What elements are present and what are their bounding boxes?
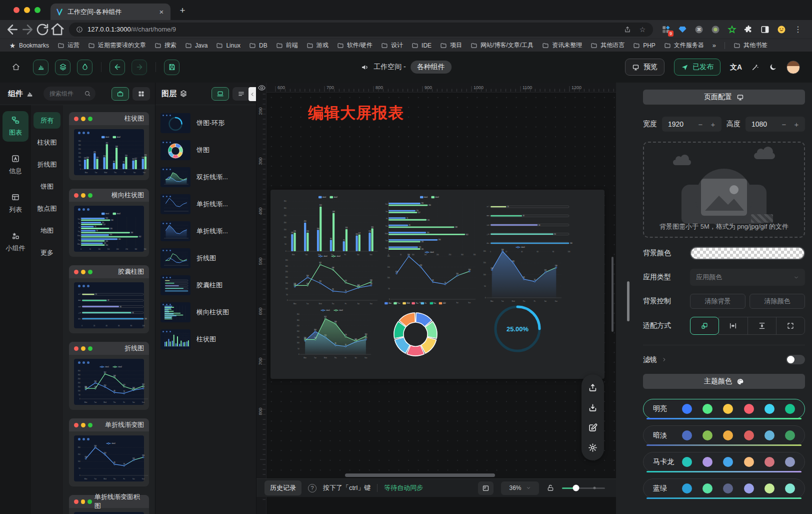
canvas-vertical-scrollbar[interactable] xyxy=(612,257,614,332)
fit-scale-button[interactable] xyxy=(690,317,719,335)
canvas-chart-pie-donut[interactable]: MonTueWedThuFriSatSun xyxy=(362,301,470,362)
extension-dot-icon[interactable] xyxy=(710,25,720,35)
canvas-horizontal-scrollbar[interactable] xyxy=(345,473,495,477)
bookmark-star-icon[interactable]: ☆ xyxy=(639,26,646,33)
view-toggle-grid[interactable] xyxy=(132,87,150,101)
workspace-name-badge[interactable]: 各种组件 xyxy=(410,61,452,74)
bookmark-item[interactable]: 前端 xyxy=(276,41,298,50)
layer-item[interactable]: 折线图 xyxy=(160,248,251,268)
component-card[interactable]: 单折线渐变图data105010015020012020015080701101… xyxy=(69,418,149,486)
theme-row-明亮[interactable]: 明亮 xyxy=(643,399,805,419)
config-scrollbar[interactable] xyxy=(627,281,630,321)
layer-item[interactable]: 单折线渐... xyxy=(160,221,251,241)
tab-close-icon[interactable]: × xyxy=(158,8,166,16)
sidebar-nav-列表[interactable]: 列表 xyxy=(2,188,28,219)
component-card[interactable]: 柱状图data1data2050100150200250300350120130… xyxy=(69,112,149,180)
bookmark-item[interactable]: 其他语言 xyxy=(590,41,624,50)
bookmark-item[interactable]: 文件服务器 xyxy=(664,41,704,50)
share-icon[interactable] xyxy=(624,26,631,33)
bookmark-item[interactable]: 资讯未整理 xyxy=(542,41,582,50)
app-home-icon[interactable] xyxy=(12,63,20,71)
bookmarks-overflow[interactable]: » xyxy=(712,42,716,49)
undo-button[interactable] xyxy=(110,60,125,75)
extension-grid-icon[interactable]: 9 xyxy=(661,25,671,35)
url-bar[interactable]: 127.0.0.1:3000/#/chart/home/9 ☆ xyxy=(69,23,653,37)
canvas-page-title[interactable]: 编辑大屏报表 xyxy=(308,103,404,124)
minus-icon[interactable]: − xyxy=(780,120,788,128)
canvas-chart-area-single[interactable]: data10501001502001202001508070110130MonT… xyxy=(480,245,564,302)
back-icon[interactable] xyxy=(5,23,20,37)
layer-item[interactable]: 胶囊柱图 xyxy=(160,275,251,295)
bookmark-item[interactable]: PHP xyxy=(633,41,656,50)
canvas-chart-bar-grouped[interactable]: data1data2050100150200250300350120130Mon… xyxy=(280,195,378,256)
filter-toggle[interactable] xyxy=(786,355,805,364)
canvas-chart-area-dual[interactable]: data1data2050100150200250300350120200150… xyxy=(293,308,373,359)
layer-item[interactable]: 双折线渐... xyxy=(160,167,251,187)
layer-item[interactable]: 横向柱状图 xyxy=(160,302,251,322)
help-icon[interactable]: ? xyxy=(308,484,316,492)
minimap-button[interactable] xyxy=(478,481,494,495)
settings-gear-button[interactable] xyxy=(586,440,600,454)
browser-home-icon[interactable] xyxy=(50,23,65,37)
layers-view-thumbnail[interactable] xyxy=(212,87,229,101)
bg-color-swatch[interactable] xyxy=(690,247,805,260)
bookmark-item[interactable]: 软件/硬件 xyxy=(337,41,372,50)
theme-row-暗淡[interactable]: 暗淡 xyxy=(643,425,805,445)
extension-cmd-icon[interactable]: ⌘ xyxy=(694,25,704,35)
chevron-right-icon[interactable] xyxy=(662,357,667,362)
category-饼图[interactable]: 饼图 xyxy=(34,178,60,195)
canvas[interactable]: 6007008009001000110012001300 20030040050… xyxy=(256,83,616,514)
bookmark-item[interactable]: 游戏 xyxy=(306,41,328,50)
width-stepper[interactable]: 1920−+ xyxy=(662,117,722,132)
component-card[interactable]: 横向柱状图data1data2050100150200250300350Mon1… xyxy=(69,189,149,257)
layer-item[interactable]: 饼图-环形 xyxy=(160,113,251,133)
sidebar-nav-小组件[interactable]: 小组件 xyxy=(2,227,28,257)
bookmark-item[interactable]: 设计 xyxy=(381,41,403,50)
category-地图[interactable]: 地图 xyxy=(34,222,60,239)
charts-group[interactable]: data1data2050100150200250300350120130Mon… xyxy=(270,190,604,379)
layer-item[interactable]: 柱状图 xyxy=(160,329,251,349)
zoom-slider[interactable] xyxy=(562,487,605,489)
export-button[interactable] xyxy=(586,380,600,394)
close-window-button[interactable] xyxy=(14,7,20,13)
other-bookmarks[interactable]: 其他书签 xyxy=(734,41,768,50)
category-更多[interactable]: 更多 xyxy=(34,244,60,261)
clear-color-button[interactable]: 清除颜色 xyxy=(750,294,805,309)
profile-avatar-icon[interactable] xyxy=(776,25,786,35)
bookmark-item[interactable]: 网站/博客/文章/工具 xyxy=(470,41,534,50)
view-toggle-briefcase[interactable] xyxy=(112,87,129,101)
bookmark-item[interactable]: DB xyxy=(249,41,268,50)
layer-item[interactable]: 饼图 xyxy=(160,140,251,160)
background-upload-dropzone[interactable]: 背景图需小于 5M，格式为 png/jpg/gif 的文件 xyxy=(643,142,805,238)
component-card[interactable]: 单折线渐变面积图data1050100150200120200150807011… xyxy=(69,495,149,514)
bookmark-item[interactable]: 运营 xyxy=(58,41,80,50)
canvas-chart-line-single[interactable]: data10501001502001202001508070110130MonT… xyxy=(384,250,478,304)
canvas-chart-hbar-grouped[interactable]: data1data2050100150200250300350Mon120130… xyxy=(382,195,480,256)
user-avatar[interactable] xyxy=(786,61,800,74)
component-card[interactable]: 胶囊柱图厦门20南阳40北京60上海80新疆100020406080100 xyxy=(69,265,149,333)
clear-background-button[interactable]: 清除背景 xyxy=(690,294,746,309)
canvas-chart-line-dual[interactable]: data1data2050100150200250300350120200150… xyxy=(282,254,380,305)
bookmark-item[interactable]: Linux xyxy=(216,41,240,50)
minimize-window-button[interactable] xyxy=(24,7,30,13)
ruler-eye-icon[interactable] xyxy=(258,84,266,92)
app-type-select[interactable]: 应用颜色 xyxy=(690,269,805,286)
plus-icon[interactable]: + xyxy=(709,120,717,128)
import-button[interactable] xyxy=(586,400,600,414)
plus-icon[interactable]: + xyxy=(792,120,800,128)
chart-tool-button[interactable] xyxy=(33,60,48,75)
bookmark-item[interactable]: 近期需要读的文章 xyxy=(88,41,146,50)
theme-row-蓝绿[interactable]: 蓝绿 xyxy=(643,478,805,498)
fit-width-button[interactable] xyxy=(718,317,748,335)
category-柱状图[interactable]: 柱状图 xyxy=(34,134,60,151)
layer-item[interactable]: 单折线渐... xyxy=(160,194,251,214)
forward-icon[interactable] xyxy=(20,23,35,37)
minus-icon[interactable]: − xyxy=(696,120,704,128)
zoom-slider-knob[interactable] xyxy=(572,485,579,491)
magic-wand-icon[interactable] xyxy=(752,63,760,71)
preview-button[interactable]: 预览 xyxy=(625,59,664,76)
fit-height-button[interactable] xyxy=(748,317,776,335)
component-card[interactable]: 折线图data1data2050100150200250300350120200… xyxy=(69,342,149,410)
fit-full-button[interactable] xyxy=(776,317,805,335)
lock-icon[interactable] xyxy=(546,484,554,492)
